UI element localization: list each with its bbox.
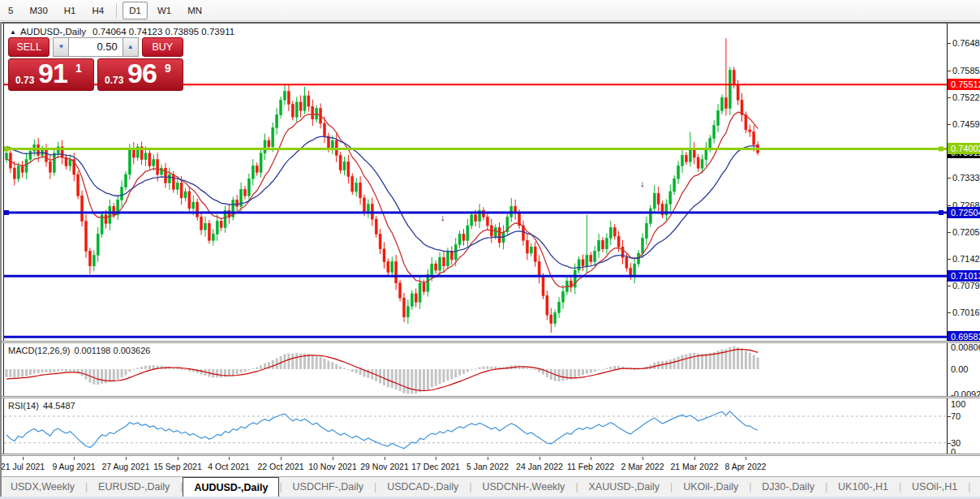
candle — [101, 212, 103, 238]
macd-histogram-bar — [490, 367, 492, 369]
candle — [236, 195, 239, 211]
macd-histogram-bar — [153, 365, 155, 369]
panel-divider-macd[interactable] — [2, 341, 980, 343]
macd-signal-line — [6, 350, 758, 391]
line-marker[interactable] — [939, 210, 943, 215]
timeframe-button-5[interactable]: 5 — [2, 2, 19, 19]
macd-histogram-bar — [685, 355, 687, 369]
candle — [343, 157, 346, 175]
macd-histogram-bar — [399, 369, 402, 391]
volume-increase-button[interactable]: ▲ — [122, 37, 139, 57]
macd-histogram-bar — [634, 369, 636, 370]
date-label: 11 Feb 2022 — [567, 462, 614, 471]
tab-dj30-daily[interactable]: DJ30-,Daily — [751, 478, 825, 497]
timeframe-button-h1[interactable]: H1 — [58, 2, 83, 19]
candle — [570, 276, 572, 292]
panel-divider-rsi[interactable] — [2, 396, 980, 398]
macd-histogram-bar — [312, 355, 314, 369]
candle — [634, 257, 636, 284]
buy-price-panel[interactable]: 0.73 96 9 — [97, 58, 183, 91]
sell-price-sup: 1 — [75, 62, 82, 75]
macd-histogram-bar — [471, 369, 473, 370]
timeframe-button-h4[interactable]: H4 — [85, 2, 110, 19]
date-tick-mark — [229, 457, 230, 460]
volume-input[interactable]: 0.50 — [69, 37, 122, 57]
buy-button[interactable]: BUY — [142, 37, 183, 57]
tab-usdcnh-weekly[interactable]: USDCNH-,Weekly — [472, 478, 576, 497]
candle — [303, 87, 306, 114]
price-tick-label: 0.75220 — [952, 92, 980, 102]
line-marker[interactable] — [939, 146, 943, 151]
candle — [13, 161, 15, 186]
macd-histogram-bar — [450, 369, 453, 379]
timeframe-button-mn[interactable]: MN — [181, 2, 208, 19]
tab-usdchf-daily[interactable]: USDCHF-,Daily — [282, 478, 375, 497]
candle — [216, 214, 218, 241]
price-badge-0.71013: 0.71013 — [948, 270, 980, 282]
candle — [717, 104, 720, 132]
timeframe-button-d1[interactable]: D1 — [122, 2, 148, 19]
buy-price-big: 96 — [127, 58, 157, 89]
date-label: 8 Apr 2022 — [725, 462, 767, 471]
candle — [450, 246, 453, 265]
macd-histogram-bar — [81, 369, 84, 376]
tab-audusd-daily[interactable]: AUDUSD-,Daily — [183, 477, 279, 497]
candle — [184, 188, 187, 201]
candle — [295, 97, 298, 123]
rsi-axis-tick: 100 — [951, 399, 965, 409]
date-tick-mark — [694, 457, 695, 460]
candle — [379, 229, 381, 254]
candle — [506, 213, 509, 235]
down-arrow-annotation[interactable]: ↓ — [640, 179, 645, 188]
candle — [109, 200, 111, 230]
chart-ohlc-quote: 0.74064 0.74123 0.73895 0.73911 — [92, 27, 234, 37]
macd-histogram-bar — [144, 366, 147, 369]
timeframe-button-m30[interactable]: M30 — [23, 2, 54, 19]
candle — [609, 221, 612, 245]
candle — [462, 229, 465, 245]
moving-average-10[interactable] — [6, 112, 758, 287]
candle — [530, 243, 532, 256]
candle — [613, 224, 616, 239]
timeframe-button-w1[interactable]: W1 — [151, 2, 178, 19]
volume-decrease-button[interactable]: ▼ — [53, 37, 69, 57]
trading-terminal-window: 5M30H1H4D1W1MN ▲AUDUSD-,Daily0.74064 0.7… — [0, 0, 980, 499]
line-marker[interactable] — [4, 146, 9, 151]
rsi-name: RSI(14) — [8, 401, 39, 411]
tab-ukoil-daily[interactable]: UKOil-,Daily — [673, 478, 749, 497]
candle — [17, 162, 19, 182]
macd-histogram-bar — [403, 369, 406, 394]
tab-hk50-h1[interactable]: HK50-,H1 — [970, 478, 980, 497]
candle — [65, 154, 67, 170]
candle — [538, 255, 540, 283]
candle — [53, 150, 55, 176]
macd-histogram-bar — [73, 369, 75, 372]
candle — [443, 251, 445, 273]
macd-histogram-bar — [406, 369, 409, 394]
candle — [677, 161, 680, 183]
candle — [486, 212, 488, 230]
macd-histogram-bar — [29, 369, 32, 375]
tab-eurusd-daily[interactable]: EURUSD-,Daily — [88, 478, 180, 497]
candle — [280, 97, 282, 118]
sell-button[interactable]: SELL — [8, 37, 49, 57]
date-axis[interactable]: 21 Jul 20219 Aug 202127 Aug 202115 Sep 2… — [0, 457, 980, 476]
rsi-axis-tick: 70 — [951, 411, 961, 421]
macd-histogram-bar — [109, 369, 111, 381]
line-marker[interactable] — [4, 210, 9, 215]
macd-histogram-bar — [331, 362, 333, 369]
rsi-indicator-label: RSI(14)44.5487 — [8, 401, 75, 411]
tab-uk100-h1[interactable]: UK100-,H1 — [827, 478, 899, 497]
candle — [276, 108, 278, 135]
price-tick-label: 0.70165 — [952, 308, 980, 317]
tab-usoil-h1[interactable]: USOil-,H1 — [901, 478, 968, 497]
tab-usdcad-daily[interactable]: USDCAD-,Daily — [376, 478, 469, 497]
tab-xauusd-daily[interactable]: XAUUSD-,Daily — [578, 478, 671, 497]
sell-price-panel[interactable]: 0.73 91 1 — [8, 58, 94, 91]
candle — [534, 242, 536, 267]
down-arrow-annotation[interactable]: ↓ — [441, 213, 445, 222]
candle — [598, 234, 600, 258]
macd-histogram-bar — [148, 366, 151, 369]
macd-histogram-bar — [113, 369, 115, 381]
tab-usdx-weekly[interactable]: USDX,Weekly — [0, 478, 85, 497]
